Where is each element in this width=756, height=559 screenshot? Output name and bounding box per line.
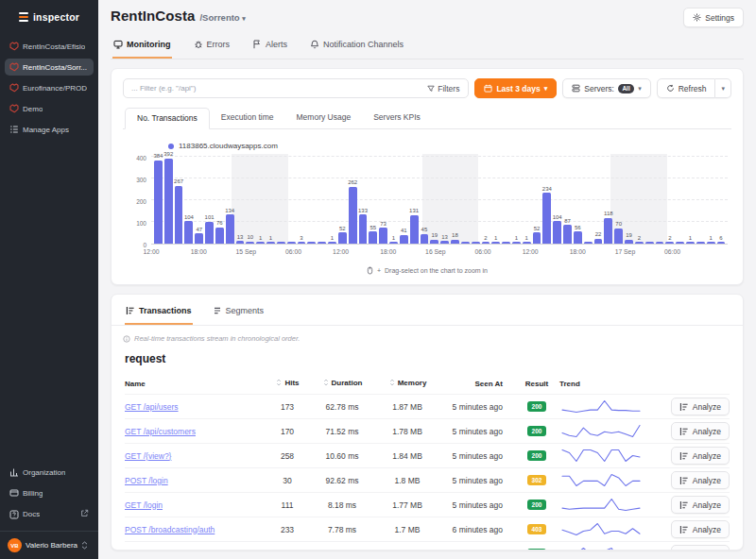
organization-icon — [9, 467, 19, 477]
analyze-button[interactable]: Analyze — [671, 496, 730, 514]
monitoring-card: ... Filter (e.g. "/api") Filters Last 3 … — [111, 68, 744, 285]
seen-at-value: 5 minutes ago — [438, 427, 514, 436]
hits-value: 111 — [266, 500, 308, 510]
bar-slot: 1 — [491, 158, 500, 244]
sidebar-item-eurofinance-prod[interactable]: Eurofinance/PROD — [5, 79, 94, 96]
servers-button[interactable]: Servers: All ▾ — [562, 78, 650, 98]
column-header-hits[interactable]: Hits — [266, 379, 308, 389]
sidebar-item-rentincosta-sorr-[interactable]: RentInCosta/Sorr... — [5, 59, 94, 76]
gridline — [151, 156, 728, 157]
analyze-button[interactable]: Analyze — [671, 471, 730, 489]
bar-value-label: 45 — [421, 227, 428, 232]
filters-button[interactable]: Filters — [419, 84, 468, 93]
analyze-button[interactable]: Analyze — [671, 545, 730, 551]
tab-alerts[interactable]: Alerts — [251, 38, 288, 59]
date-range-button[interactable]: Last 3 days ▾ — [474, 78, 557, 98]
bar-slot: 45 — [421, 158, 429, 244]
transaction-link[interactable]: GET /api/bookings/{booking} — [125, 550, 266, 551]
bar — [533, 232, 541, 244]
sort-icon — [322, 379, 330, 386]
bar — [563, 225, 572, 244]
bar-value-label: 56 — [575, 225, 581, 230]
transaction-link[interactable]: GET /login — [125, 500, 266, 510]
bar — [236, 241, 245, 244]
bar-value-label: 262 — [348, 179, 357, 185]
transaction-link[interactable]: POST /broadcasting/auth — [125, 525, 266, 534]
group-title: request — [125, 352, 731, 365]
chart-tab-execution-time[interactable]: Execution time — [210, 108, 285, 128]
chevron-down-icon: ▾ — [721, 85, 725, 93]
bar-value-label: 2 — [638, 235, 641, 241]
bar-slot: 1 — [266, 158, 275, 244]
settings-button[interactable]: Settings — [683, 8, 744, 27]
tab-monitoring[interactable]: Monitoring — [112, 38, 172, 59]
sidebar-item-manage-apps[interactable]: Manage Apps — [5, 121, 94, 138]
bar-slot: 1 — [686, 158, 695, 244]
chart-tab-servers-kpis[interactable]: Servers KPIs — [362, 108, 432, 128]
tab-segments[interactable]: Segments — [212, 304, 266, 325]
chart-plot-area[interactable]: 3843922671044710176134131011315226213355… — [151, 158, 728, 245]
bar — [359, 214, 368, 244]
sidebar-item-demo[interactable]: Demo — [5, 100, 94, 117]
transaction-link[interactable]: POST /login — [125, 476, 266, 485]
seen-at-value: 5 minutes ago — [438, 402, 514, 412]
bar-value-label: 1 — [331, 235, 334, 241]
refresh-button[interactable]: Refresh — [657, 78, 716, 98]
column-header-duration[interactable]: Duration — [308, 379, 376, 389]
memory-value: 2.1 MB — [376, 550, 438, 551]
transaction-link[interactable]: GET /api/customers — [125, 427, 266, 436]
tab-transactions[interactable]: Transactions — [125, 304, 193, 325]
bar-slot: 1 — [523, 158, 531, 244]
tab-notification-channels[interactable]: Notification Channels — [309, 38, 404, 59]
bar-value-label: 52 — [339, 226, 346, 231]
filter-input[interactable]: ... Filter (e.g. "/api") Filters — [123, 78, 469, 98]
duration-value: 24.89 ms — [308, 550, 376, 551]
bar — [491, 242, 500, 244]
seen-at-value: 6 minutes ago — [438, 525, 514, 534]
page-title: RentInCosta /Sorrento ▾ — [111, 8, 246, 24]
mouse-icon — [367, 266, 373, 275]
app-logo-icon — [9, 104, 19, 113]
column-header-memory[interactable]: Memory — [376, 379, 438, 389]
bar-slot: 1 — [707, 158, 715, 244]
bar-slot: 6 — [717, 158, 726, 244]
bar — [421, 234, 429, 244]
transaction-link[interactable]: GET /{view?} — [125, 451, 266, 461]
tab-errors[interactable]: Errors — [193, 38, 232, 59]
bar-slot: 131 — [410, 158, 419, 244]
sidebar-item-organization[interactable]: Organization — [5, 464, 94, 481]
analyze-button[interactable]: Analyze — [671, 422, 730, 440]
analyze-button[interactable]: Analyze — [671, 447, 730, 465]
analyze-button[interactable]: Analyze — [671, 398, 730, 415]
sidebar-item-docs[interactable]: Docs — [5, 505, 94, 523]
bar-value-label: 118 — [604, 211, 613, 216]
user-menu[interactable]: VB Valerio Barbera — [0, 531, 98, 559]
bar-value-label: 1 — [269, 235, 272, 241]
bar — [298, 242, 306, 244]
app-logo-icon — [9, 42, 19, 51]
calendar-icon — [484, 84, 492, 93]
environment-selector[interactable]: /Sorrento ▾ — [199, 12, 245, 23]
chart-tab-memory-usage[interactable]: Memory Usage — [285, 108, 363, 128]
chart-x-axis: 12:0018:0015 Sep06:0012:0018:0016 Sep06:… — [144, 246, 731, 259]
bar-value-label: 19 — [431, 232, 438, 238]
refresh-options-button[interactable]: ▾ — [715, 78, 731, 98]
chart-tab-no-transactions[interactable]: No. Transactions — [125, 108, 210, 129]
app-logo[interactable]: inspector — [0, 0, 98, 32]
bar-slot: 2 — [482, 158, 490, 244]
bar-value-label: 104 — [553, 214, 562, 220]
bar-slot — [502, 158, 510, 244]
bar-slot — [307, 158, 316, 244]
bar-slot: 87 — [563, 158, 572, 244]
waterfall-icon — [679, 525, 689, 534]
sidebar-bottom-nav: OrganizationBillingDocs — [0, 462, 98, 527]
bar-value-label: 1 — [525, 235, 528, 241]
analyze-button[interactable]: Analyze — [671, 520, 730, 538]
trend-sparkline — [559, 448, 654, 464]
bar — [256, 242, 265, 244]
table-row: POST /broadcasting/auth2337.78 ms1.7 MB6… — [125, 517, 730, 541]
transaction-link[interactable]: GET /api/users — [125, 402, 266, 412]
bar-chart: 0100200300400 38439226710447101761341310… — [123, 158, 731, 245]
sidebar-item-rentincosta-efisio[interactable]: RentInCosta/Efisio — [5, 38, 94, 55]
sidebar-item-billing[interactable]: Billing — [5, 484, 94, 501]
